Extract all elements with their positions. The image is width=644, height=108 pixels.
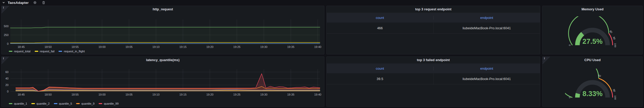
legend-label: quantile_1 <box>14 102 27 105</box>
table-cell-endpoint: liubeideMacBook-Pro.local:6041 <box>434 26 540 30</box>
y-tick-label: 250 <box>4 33 9 37</box>
x-tick-label: 19:05 <box>126 45 133 48</box>
panel-http-request: i http_request request_totalrequest_fail… <box>1 6 324 54</box>
gauge-value: 8.33% <box>582 90 603 98</box>
info-icon: i <box>3 6 4 9</box>
dashboard: TaosAdapter i http_request request_tota <box>0 0 644 108</box>
table-cell-count: 466 <box>327 23 434 33</box>
legend-label: request_total <box>14 50 31 53</box>
row-title[interactable]: TaosAdapter <box>8 1 29 5</box>
gridlines: 18:4518:5018:5519:0019:0519:1019:1519:20… <box>5 69 321 96</box>
legend-label: quantile_99 <box>104 102 119 105</box>
legend-swatch <box>99 103 102 104</box>
x-tick-label: 19:00 <box>98 93 106 96</box>
column-header-endpoint[interactable]: endpoint <box>434 67 540 70</box>
request-endpoint-table: countendpoint466liubeideMacBook-Pro.loca… <box>327 13 540 34</box>
gauge-value: 27.5% <box>582 37 603 45</box>
x-tick-label: 19:20 <box>206 45 214 48</box>
table-row[interactable]: 39.5liubeideMacBook-Pro.local:6041 <box>327 73 540 84</box>
legend-swatch <box>76 103 80 104</box>
x-tick-label: 19:35 <box>287 45 295 48</box>
legend-label: quantile_5 <box>59 102 72 105</box>
y-tick-label: 40 <box>5 77 9 80</box>
x-tick-label: 18:50 <box>45 45 52 48</box>
x-tick-label: 19:30 <box>260 93 268 96</box>
table-cell-count: 39.5 <box>327 73 434 84</box>
y-tick-label: 0 <box>7 90 9 93</box>
gauge-tick-label: 0 <box>568 44 571 46</box>
x-tick-label: 19:25 <box>233 93 240 96</box>
y-tick-label: 500 <box>4 25 9 28</box>
legend-swatch <box>54 103 57 104</box>
x-tick-label: 19:30 <box>260 45 268 48</box>
x-tick-label: 19:05 <box>126 93 133 96</box>
failed-endpoint-table: countendpoint39.5liubeideMacBook-Pro.loc… <box>327 63 540 84</box>
legend-swatch <box>9 51 12 52</box>
row-delete-trash-icon[interactable] <box>42 1 46 5</box>
column-header-endpoint[interactable]: endpoint <box>434 16 540 20</box>
dashboard-row-header: TaosAdapter <box>2 0 46 5</box>
x-tick-label: 19:00 <box>98 45 106 48</box>
row-settings-gear-icon[interactable] <box>33 1 37 5</box>
column-header-count[interactable]: count <box>327 67 434 70</box>
gauge-cpu_gauge: 060901008.33% <box>565 69 620 102</box>
legend-label: quantile_9 <box>81 102 94 105</box>
legend-item-request_total[interactable]: request_total <box>9 50 31 53</box>
panel-title: Memory Used <box>543 7 642 11</box>
legend-label: quantile_2 <box>36 102 50 105</box>
y-tick-label: 60 <box>5 70 9 74</box>
x-tick-label: 19:10 <box>152 45 160 48</box>
x-tick-label: 19:40 <box>314 45 321 48</box>
gauge-tick-label: 0 <box>568 97 571 98</box>
table-header-row: countendpoint <box>327 13 540 23</box>
x-tick-label: 19:15 <box>179 93 187 96</box>
panel-latency-quantile: i latency_quantile(ms) quantile_1quantil… <box>1 56 324 107</box>
y-tick-label: 20 <box>5 83 9 87</box>
x-tick-label: 18:45 <box>18 45 25 48</box>
legend-swatch <box>9 103 12 104</box>
panel-top-request-endpoint: top 3 request endpoint countendpoint466l… <box>326 6 540 54</box>
gauge-memory_gauge: 0809010027.5% <box>565 16 620 49</box>
gauge-tick-label: 90 <box>612 36 616 40</box>
x-tick-label: 19:20 <box>206 93 214 96</box>
legend-item-quantile_1[interactable]: quantile_1 <box>9 102 27 105</box>
chart-latency[interactable]: 18:4518:5018:5519:0019:0519:1019:1519:20… <box>2 57 324 106</box>
legend-swatch <box>35 51 38 52</box>
gauge-tick-label: 80 <box>609 30 613 34</box>
legend-item-quantile_9[interactable]: quantile_9 <box>76 102 94 105</box>
table-row[interactable]: 466liubeideMacBook-Pro.local:6041 <box>327 23 540 34</box>
legend-swatch <box>58 51 62 52</box>
x-tick-label: 18:55 <box>71 45 79 48</box>
series-fill-request_total <box>10 27 320 44</box>
x-tick-label: 19:35 <box>287 93 295 96</box>
gauge-value-arc <box>577 34 583 45</box>
chart-http_request[interactable]: 18:4518:5018:5519:0019:0519:1019:1519:20… <box>2 6 324 54</box>
panel-info-corner[interactable]: i <box>543 57 550 64</box>
panel-title: CPU Used <box>543 58 642 62</box>
legend-item-quantile_2[interactable]: quantile_2 <box>31 102 50 105</box>
gauge-tick-label: 100 <box>614 95 617 100</box>
column-header-count[interactable]: count <box>327 16 434 20</box>
x-tick-label: 19:15 <box>179 45 187 48</box>
info-icon: i <box>544 57 545 60</box>
legend-item-quantile_99[interactable]: quantile_99 <box>99 102 119 105</box>
legend-item-request_in_flight[interactable]: request_in_flight <box>58 50 85 53</box>
panel-top-failed-endpoint: top 3 failed endpoint countendpoint39.5l… <box>326 56 540 107</box>
gauge-tick-label: 90 <box>612 89 616 92</box>
panel-title: top 3 request endpoint <box>327 7 540 11</box>
gauge-threshold-segment <box>612 91 613 97</box>
gauge-tick-label: 100 <box>614 43 617 47</box>
x-tick-label: 18:55 <box>71 93 79 96</box>
table-header-row: countendpoint <box>327 63 540 73</box>
x-tick-label: 19:25 <box>233 45 240 48</box>
gauge-value-arc <box>577 93 578 97</box>
x-tick-label: 19:40 <box>314 93 321 96</box>
legend-label: request_in_flight <box>64 50 85 53</box>
info-icon: i <box>3 57 4 60</box>
row-collapse-chevron-icon[interactable] <box>2 1 5 4</box>
legend-item-quantile_5[interactable]: quantile_5 <box>54 102 72 105</box>
legend-label: request_fail <box>40 50 55 53</box>
series-fill-quantile_99 <box>16 74 320 91</box>
legend-item-request_fail[interactable]: request_fail <box>35 50 55 53</box>
y-tick-label: 0 <box>7 42 9 45</box>
